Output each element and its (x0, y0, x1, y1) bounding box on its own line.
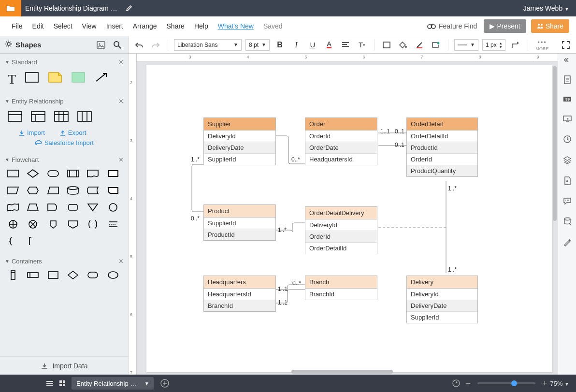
fc-shape[interactable] (67, 185, 82, 197)
entity-order[interactable]: Order OrderId OrderDate HeadquartersId (305, 117, 377, 165)
er-shape-4[interactable] (77, 111, 92, 122)
redo-button[interactable] (149, 39, 162, 51)
shape-note[interactable] (48, 72, 62, 83)
fc-shape[interactable] (107, 168, 122, 180)
close-icon[interactable]: ✕ (118, 58, 124, 66)
shape-style-button[interactable] (430, 39, 442, 51)
fc-shape[interactable] (86, 202, 101, 214)
chat-icon[interactable] (563, 197, 572, 206)
menu-file[interactable]: File (7, 16, 28, 36)
entity-orderdetaildelivery[interactable]: OrderDetailDelivery DeliveryId OrderId O… (305, 206, 377, 254)
data-icon[interactable] (563, 176, 571, 187)
text-style-button[interactable]: T▾ (356, 39, 368, 51)
insert-image-icon[interactable] (95, 39, 107, 51)
underline-button[interactable]: U (306, 39, 319, 51)
fc-shape[interactable] (107, 185, 122, 197)
presentation-icon[interactable] (563, 115, 572, 124)
more-button[interactable]: ••• MORE (534, 39, 550, 51)
share-button[interactable]: Share (531, 19, 569, 33)
ct-shape[interactable] (86, 270, 101, 282)
bold-button[interactable]: B (274, 39, 286, 51)
menu-help[interactable]: Help (189, 16, 213, 36)
canvas-scroll[interactable]: Supplier DeliveryId DeliveryDate Supplie… (137, 61, 558, 375)
fill-button[interactable] (397, 39, 409, 51)
line-routing-button[interactable] (509, 39, 522, 51)
menu-select[interactable]: Select (49, 16, 77, 36)
er-shape-3[interactable] (54, 111, 69, 122)
grid-toggle-icon[interactable] (56, 377, 69, 390)
close-icon[interactable]: ✕ (118, 258, 124, 265)
fc-shape[interactable] (86, 219, 101, 231)
section-standard-header[interactable]: ▼Standard✕ (0, 54, 129, 69)
entity-branch[interactable]: Branch BranchId (305, 276, 377, 300)
er-shape-1[interactable] (8, 111, 22, 122)
rename-icon[interactable] (123, 2, 135, 15)
present-button[interactable]: ▶Present (484, 19, 526, 33)
menu-insert[interactable]: Insert (101, 16, 128, 36)
app-logo[interactable] (0, 0, 21, 16)
italic-button[interactable]: I (290, 39, 302, 51)
sync-icon[interactable] (450, 377, 462, 390)
horizontal-scrollbar[interactable] (291, 370, 393, 374)
import-data-button[interactable]: Import Data (0, 356, 129, 375)
entity-delivery[interactable]: Delivery DeliveryId DeliveryDate Supplie… (406, 276, 478, 323)
line-width-select[interactable]: 1 px▴▾ (482, 39, 505, 51)
font-select[interactable]: Liberation Sans▼ (174, 39, 242, 51)
fc-shape[interactable] (47, 202, 62, 214)
magic-icon[interactable] (563, 238, 572, 248)
vertical-scrollbar[interactable] (553, 66, 557, 221)
entity-supplier[interactable]: Supplier DeliveryId DeliveryDate Supplie… (203, 117, 276, 165)
er-shape-2[interactable] (31, 111, 45, 122)
section-flowchart-header[interactable]: ▼Flowchart✕ (0, 151, 129, 166)
ct-shape[interactable] (67, 270, 82, 282)
menu-share[interactable]: Share (162, 16, 189, 36)
user-menu[interactable]: James Webb ▼ (523, 4, 576, 12)
search-shapes-icon[interactable] (111, 39, 124, 51)
align-button[interactable] (339, 39, 352, 51)
line-style-select[interactable]: ▼ (454, 39, 478, 51)
menu-arrange[interactable]: Arrange (128, 16, 162, 36)
database-icon[interactable] (563, 217, 572, 227)
close-icon[interactable]: ✕ (118, 98, 124, 105)
comments-icon[interactable]: 99 (563, 96, 572, 104)
fc-shape[interactable] (107, 202, 122, 214)
ct-shape[interactable] (47, 270, 62, 282)
fc-shape[interactable] (27, 219, 42, 231)
fc-shape[interactable] (27, 202, 42, 214)
fc-shape[interactable] (27, 185, 42, 197)
section-er-header[interactable]: ▼Entity Relationship✕ (0, 93, 129, 108)
menu-whats-new[interactable]: What's New (213, 16, 259, 36)
salesforce-import-link[interactable]: Salesforce Import (0, 139, 129, 151)
gear-icon[interactable] (5, 40, 13, 49)
shape-block[interactable] (71, 72, 86, 83)
fc-shape[interactable] (7, 202, 22, 214)
fc-shape[interactable] (7, 185, 22, 197)
shape-text[interactable]: T (8, 72, 16, 87)
fc-shape[interactable] (7, 219, 22, 231)
undo-button[interactable] (133, 39, 145, 51)
outline-toggle-icon[interactable] (43, 377, 56, 390)
fullscreen-button[interactable] (560, 39, 572, 51)
document-title[interactable]: Entity Relationship Diagram Exa… (21, 4, 118, 12)
ct-shape[interactable] (7, 270, 22, 282)
shape-arrow[interactable] (94, 72, 109, 83)
zoom-slider[interactable] (477, 382, 535, 384)
shape-rect[interactable] (25, 72, 39, 83)
fc-shape[interactable] (47, 185, 62, 197)
fc-shape[interactable] (7, 236, 22, 248)
fc-shape[interactable] (47, 219, 62, 231)
fc-shape[interactable] (67, 202, 82, 214)
fc-shape[interactable] (86, 168, 101, 180)
entity-orderdetail[interactable]: OrderDetail OrderDetailId ProductId Orde… (406, 117, 478, 177)
fc-shape[interactable] (27, 236, 42, 248)
border-color-button[interactable] (413, 39, 426, 51)
ct-shape[interactable] (27, 270, 42, 282)
fc-shape[interactable] (27, 168, 42, 180)
entity-product[interactable]: Product SupplierId ProductId (203, 204, 276, 241)
zoom-in-button[interactable]: + (542, 378, 547, 389)
page-tab[interactable]: Entity Relationship Dia…▼ (72, 377, 154, 390)
zoom-out-button[interactable]: − (465, 378, 471, 389)
menu-view[interactable]: View (77, 16, 101, 36)
er-import-link[interactable]: Import (18, 129, 45, 136)
page-settings-icon[interactable] (563, 75, 571, 86)
